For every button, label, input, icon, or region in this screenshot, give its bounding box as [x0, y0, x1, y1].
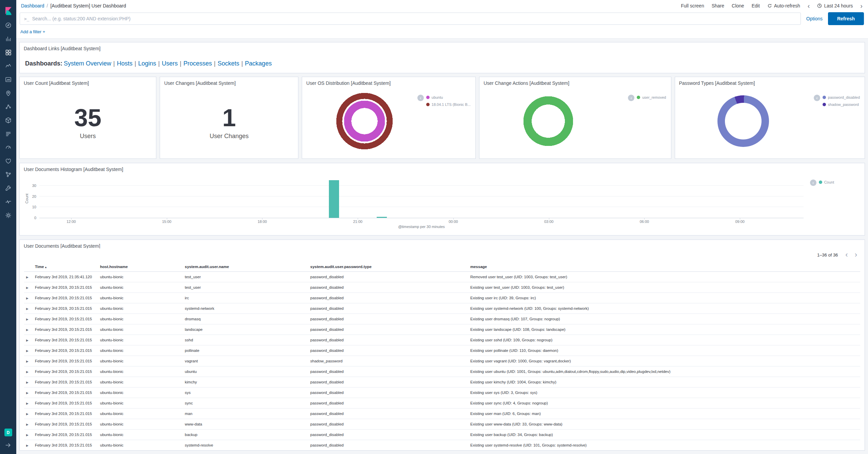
histogram-plot-area[interactable]: 0102030	[39, 180, 804, 218]
nav-logs[interactable]	[0, 127, 16, 140]
dashboard-link-logins[interactable]: Logins	[138, 60, 156, 67]
histogram-bar[interactable]	[377, 217, 387, 218]
legend-toggle-icon[interactable]: ‹	[628, 95, 634, 101]
add-filter-link[interactable]: Add a filter +	[20, 29, 45, 34]
dashboard-link-users[interactable]: Users	[162, 60, 178, 67]
nav-graph[interactable]	[0, 168, 16, 181]
nav-dev-tools[interactable]	[0, 181, 16, 195]
dashboard-link-processes[interactable]: Processes	[183, 60, 212, 67]
table-cell: ubuntu-bionic	[98, 430, 183, 440]
chart-legend: ‹ Count	[810, 179, 834, 186]
nav-discover[interactable]	[0, 18, 16, 32]
expand-row-icon[interactable]: ▶	[26, 360, 28, 363]
column-header-time[interactable]: Time ▴	[33, 262, 98, 272]
password-types-donut-chart[interactable]	[717, 95, 769, 147]
nav-canvas[interactable]	[0, 73, 16, 86]
spaces-badge[interactable]: D	[4, 429, 12, 436]
nav-timelion[interactable]	[0, 59, 16, 73]
time-range-button[interactable]: Last 24 hours	[817, 3, 853, 8]
expand-row-icon[interactable]: ▶	[26, 318, 28, 321]
pagination-next-button[interactable]: ›	[852, 251, 860, 259]
collapse-nav-button[interactable]	[5, 442, 12, 450]
x-tick-label: 00:00	[449, 220, 458, 224]
expand-row-icon[interactable]: ▶	[26, 444, 28, 447]
dashboard-top-menu: Full screen Share Clone Edit Auto-refres…	[681, 2, 863, 9]
expand-row-icon[interactable]: ▶	[26, 381, 28, 384]
nav-apm[interactable]	[0, 140, 16, 154]
edit-button[interactable]: Edit	[752, 3, 760, 8]
share-button[interactable]: Share	[712, 3, 724, 8]
expand-row-icon[interactable]: ▶	[26, 423, 28, 426]
table-cell: Existing user backup (UID: 34, Groups: b…	[468, 430, 860, 440]
change-actions-donut-chart[interactable]	[523, 96, 573, 146]
legend-item[interactable]: password_disabled	[823, 95, 860, 99]
nav-kibana-home[interactable]	[0, 3, 16, 18]
x-tick-label: 03:00	[544, 220, 554, 224]
dashboard-link-packages[interactable]: Packages	[245, 60, 272, 67]
column-header-password-type[interactable]: system.audit.user.password.type	[308, 262, 468, 272]
histogram-bar[interactable]	[329, 180, 339, 218]
table-cell: Existing user kimchy (UID: 1004, Groups:…	[468, 377, 860, 387]
time-step-back-button[interactable]: ‹	[808, 2, 810, 9]
pagination-prev-button[interactable]: ‹	[843, 251, 850, 259]
nav-visualize[interactable]	[0, 32, 16, 45]
expand-row-icon[interactable]: ▶	[26, 391, 28, 395]
table-header-row: Time ▴ host.hostname system.audit.user.n…	[24, 262, 860, 272]
time-step-forward-button[interactable]: ›	[860, 2, 863, 9]
nav-monitoring[interactable]	[0, 195, 16, 208]
auto-refresh-button[interactable]: Auto-refresh	[767, 3, 800, 8]
legend-item[interactable]: user_removed	[637, 95, 666, 99]
search-input[interactable]	[32, 16, 801, 21]
table-cell: Existing user sync (UID: 4, Groups: nogr…	[468, 398, 860, 409]
table-cell: Existing user landscape (UID: 108, Group…	[468, 324, 860, 335]
table-cell: February 3rd 2019, 20:15:21.015	[33, 440, 98, 451]
os-distribution-donut-chart[interactable]	[336, 93, 393, 150]
table-cell: ubuntu-bionic	[98, 303, 183, 314]
dashboard-link-system-overview[interactable]: System Overview	[64, 60, 111, 67]
expand-row-icon[interactable]: ▶	[26, 307, 28, 310]
legend-item[interactable]: ubuntu	[426, 95, 471, 99]
histogram-chart[interactable]: Count 0102030 12:0015:0018:0021:0000:000…	[39, 180, 804, 229]
column-header-user-name[interactable]: system.audit.user.name	[183, 262, 308, 272]
expand-row-icon[interactable]: ▶	[26, 370, 28, 374]
expand-row-icon[interactable]: ▶	[26, 402, 28, 405]
breadcrumb-dashboard-link[interactable]: Dashboard	[21, 3, 44, 8]
legend-item[interactable]: 18.04.1 LTS (Bionic B...	[426, 102, 471, 107]
refresh-button[interactable]: Refresh	[828, 12, 864, 25]
table-cell: February 3rd 2019, 20:15:21.015	[33, 356, 98, 366]
nav-uptime[interactable]	[0, 154, 16, 168]
expand-row-icon[interactable]: ▶	[26, 297, 28, 300]
main-content: Dashboard/[Auditbeat System] User Dashbo…	[16, 0, 868, 454]
legend-item[interactable]: shadow_password	[823, 102, 860, 107]
expand-row-icon[interactable]: ▶	[26, 286, 28, 289]
donut-hole	[725, 103, 762, 139]
graph-icon	[5, 171, 12, 178]
expand-row-icon[interactable]: ▶	[26, 328, 28, 332]
expand-cell: ▶	[24, 293, 33, 303]
expand-cell: ▶	[24, 377, 33, 387]
nav-dashboard[interactable]	[0, 45, 16, 59]
nav-machine-learning[interactable]	[0, 100, 16, 113]
expand-row-icon[interactable]: ▶	[26, 276, 28, 279]
column-header-message[interactable]: message	[468, 262, 860, 272]
legend-toggle-icon[interactable]: ‹	[417, 95, 424, 101]
legend-toggle-icon[interactable]: ‹	[810, 179, 816, 186]
clone-button[interactable]: Clone	[732, 3, 744, 8]
query-options-link[interactable]: Options	[806, 16, 823, 21]
table-cell: February 3rd 2019, 21:35:41.120	[33, 272, 98, 282]
dashboard-link-hosts[interactable]: Hosts	[117, 60, 133, 67]
expand-row-icon[interactable]: ▶	[26, 433, 28, 437]
nav-maps[interactable]	[0, 86, 16, 100]
expand-row-icon[interactable]: ▶	[26, 339, 28, 342]
table-cell: Existing user man (UID: 6, Groups: man)	[468, 409, 860, 419]
expand-row-icon[interactable]: ▶	[26, 412, 28, 416]
x-tick-label: 15:00	[162, 220, 172, 224]
legend-toggle-icon[interactable]: ‹	[814, 95, 820, 101]
nav-management[interactable]	[0, 208, 16, 222]
expand-row-icon[interactable]: ▶	[26, 349, 28, 353]
full-screen-button[interactable]: Full screen	[681, 3, 704, 8]
nav-infrastructure[interactable]	[0, 113, 16, 127]
column-header-hostname[interactable]: host.hostname	[98, 262, 183, 272]
legend-item[interactable]: Count	[819, 180, 834, 184]
dashboard-link-sockets[interactable]: Sockets	[218, 60, 239, 67]
